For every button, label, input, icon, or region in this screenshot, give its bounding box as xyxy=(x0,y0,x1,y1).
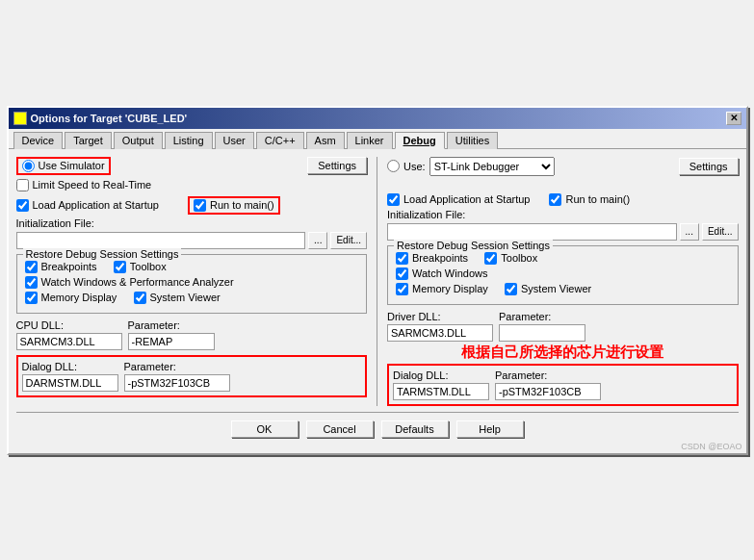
left-load-app-checkbox[interactable] xyxy=(16,199,29,212)
left-watch-perf-label: Watch Windows & Performance Analyzer xyxy=(41,276,234,288)
right-memory-display-label: Memory Display xyxy=(412,283,488,294)
left-browse-button[interactable]: ... xyxy=(308,232,327,249)
left-run-to-main-label: Run to main() xyxy=(210,199,274,211)
right-dialog-dll-input[interactable] xyxy=(393,383,489,400)
right-load-app-checkbox[interactable] xyxy=(387,193,400,206)
simulator-label: Use Simulator xyxy=(39,160,105,171)
window-title: Options for Target 'CUBE_LED' xyxy=(31,113,188,124)
tab-cpp[interactable]: C/C++ xyxy=(256,132,304,149)
watermark: CSDN @EOAO xyxy=(681,442,741,451)
right-edit-button[interactable]: Edit... xyxy=(702,223,739,241)
left-breakpoints-label: Breakpoints xyxy=(41,261,97,272)
ok-button[interactable]: OK xyxy=(231,420,299,438)
right-init-file-label: Initialization File: xyxy=(387,209,465,220)
right-init-file-input[interactable] xyxy=(387,223,677,241)
right-toolbox-checkbox[interactable] xyxy=(484,252,497,265)
left-watch-perf-checkbox[interactable] xyxy=(25,276,38,289)
limit-speed-checkbox[interactable] xyxy=(16,179,29,191)
right-system-viewer-checkbox[interactable] xyxy=(505,283,517,295)
left-memory-display-label: Memory Display xyxy=(41,292,117,303)
left-system-viewer-checkbox[interactable] xyxy=(134,292,146,304)
left-cpu-dll-label: CPU DLL: xyxy=(16,319,122,331)
tab-bar: Device Target Output Listing User C/C++ … xyxy=(9,129,746,149)
simulator-radio[interactable] xyxy=(22,160,35,172)
right-watch-checkbox[interactable] xyxy=(396,267,408,280)
left-toolbox-label: Toolbox xyxy=(130,261,167,272)
left-edit-button[interactable]: Edit... xyxy=(330,232,367,249)
left-memory-display-checkbox[interactable] xyxy=(25,292,38,304)
chinese-annotation: 根据自己所选择的芯片进行设置 xyxy=(387,344,739,362)
left-dialog-dll-input[interactable] xyxy=(22,374,118,392)
right-toolbox-label: Toolbox xyxy=(501,252,537,264)
left-dialog-dll-label: Dialog DLL: xyxy=(22,361,118,372)
right-watch-label: Watch Windows xyxy=(412,267,487,279)
right-breakpoints-label: Breakpoints xyxy=(412,252,468,264)
right-breakpoints-checkbox[interactable] xyxy=(396,252,408,265)
title-bar: Options for Target 'CUBE_LED' ✕ xyxy=(9,108,746,129)
tab-output[interactable]: Output xyxy=(114,132,163,149)
app-icon xyxy=(13,112,27,125)
right-driver-param-label: Parameter: xyxy=(499,311,585,322)
tab-debug[interactable]: Debug xyxy=(395,132,445,149)
limit-speed-label: Limit Speed to Real-Time xyxy=(33,179,152,191)
left-toolbox-checkbox[interactable] xyxy=(114,261,126,273)
use-radio[interactable] xyxy=(387,160,400,172)
right-driver-param-input[interactable] xyxy=(499,324,585,342)
right-browse-button[interactable]: ... xyxy=(680,223,699,241)
tab-utilities[interactable]: Utilities xyxy=(447,132,498,149)
left-settings-button[interactable]: Settings xyxy=(307,157,367,174)
left-init-file-label: Initialization File: xyxy=(16,217,94,229)
right-run-to-main-label: Run to main() xyxy=(565,193,630,205)
right-run-to-main-checkbox[interactable] xyxy=(549,193,561,206)
debugger-select[interactable]: ST-Link Debugger xyxy=(429,157,555,176)
right-driver-dll-label: Driver DLL: xyxy=(387,311,493,322)
right-memory-display-checkbox[interactable] xyxy=(396,283,408,295)
left-restore-group-title: Restore Debug Session Settings xyxy=(23,248,182,260)
left-system-viewer-label: System Viewer xyxy=(150,292,221,303)
left-cpu-param-label: Parameter: xyxy=(128,319,215,331)
right-system-viewer-label: System Viewer xyxy=(521,283,591,294)
right-driver-dll-input[interactable] xyxy=(387,324,493,342)
left-run-to-main-checkbox[interactable] xyxy=(194,199,206,212)
left-init-file-input[interactable] xyxy=(16,232,306,249)
help-button[interactable]: Help xyxy=(456,420,524,438)
cancel-button[interactable]: Cancel xyxy=(306,420,374,438)
use-label: Use: xyxy=(403,161,426,172)
tab-linker[interactable]: Linker xyxy=(347,132,393,149)
right-load-app-label: Load Application at Startup xyxy=(403,193,530,205)
close-button[interactable]: ✕ xyxy=(726,112,741,125)
tab-listing[interactable]: Listing xyxy=(165,132,213,149)
right-restore-group-title: Restore Debug Session Settings xyxy=(394,240,553,251)
left-dialog-param-label: Parameter: xyxy=(124,361,230,372)
left-dialog-param-input[interactable] xyxy=(124,374,230,392)
right-settings-button[interactable]: Settings xyxy=(679,158,739,175)
tab-device[interactable]: Device xyxy=(13,132,64,149)
right-dialog-dll-label: Dialog DLL: xyxy=(393,369,489,381)
tab-user[interactable]: User xyxy=(215,132,254,149)
bottom-bar: OK Cancel Defaults Help xyxy=(16,412,739,445)
defaults-button[interactable]: Defaults xyxy=(381,420,449,438)
left-cpu-dll-input[interactable] xyxy=(16,333,122,350)
tab-asm[interactable]: Asm xyxy=(306,132,345,149)
left-breakpoints-checkbox[interactable] xyxy=(25,261,38,273)
tab-target[interactable]: Target xyxy=(65,132,112,149)
right-dialog-param-input[interactable] xyxy=(495,383,601,400)
left-load-app-label: Load Application at Startup xyxy=(33,199,159,211)
left-cpu-param-input[interactable] xyxy=(128,333,215,350)
right-dialog-param-label: Parameter: xyxy=(495,369,601,381)
